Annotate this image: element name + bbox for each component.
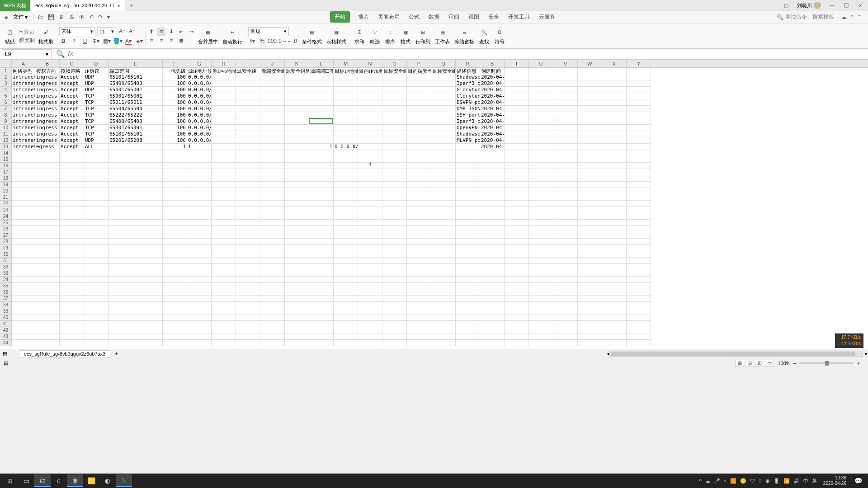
row-header[interactable]: 41 [0, 321, 12, 327]
cell[interactable] [602, 327, 627, 333]
spreadsheet-grid[interactable]: ABCDEFGHIJKLMNOPQRSTUVWXY 12345678910111… [0, 60, 868, 349]
cell[interactable]: 65400/65400 [108, 80, 163, 87]
cell[interactable] [285, 182, 309, 188]
cell[interactable] [627, 131, 651, 137]
cell[interactable] [529, 125, 553, 131]
cell[interactable]: 65301/65301 [108, 125, 163, 131]
cell[interactable] [309, 314, 334, 321]
cell[interactable] [358, 296, 382, 302]
cell[interactable] [456, 289, 480, 296]
cell[interactable] [285, 150, 309, 156]
export-icon[interactable]: 🗎 [57, 14, 66, 20]
cell[interactable]: 65201/65208 [108, 137, 163, 144]
cell[interactable] [260, 283, 285, 289]
cell[interactable] [187, 207, 212, 213]
cell[interactable] [260, 188, 285, 194]
cell[interactable] [260, 308, 285, 314]
cell[interactable] [627, 333, 651, 340]
cell[interactable] [578, 239, 602, 245]
cell[interactable] [260, 302, 285, 308]
tab-security[interactable]: 安全 [487, 11, 500, 23]
cell[interactable] [260, 137, 285, 144]
cell[interactable] [382, 289, 407, 296]
cell[interactable] [407, 289, 431, 296]
cell[interactable] [163, 308, 187, 314]
cell[interactable] [578, 327, 602, 333]
cell[interactable] [334, 283, 358, 289]
row-header[interactable]: 44 [0, 340, 12, 346]
document-tab[interactable]: ecs_sgRule_sg...ou_2020-04-26 ☐ ● [31, 0, 125, 11]
file-explorer-icon[interactable]: 🗂 [34, 474, 51, 487]
collapse-ribbon-icon[interactable]: ⌃ [857, 14, 862, 20]
cell[interactable] [60, 169, 84, 175]
cell[interactable] [602, 68, 627, 74]
cell[interactable] [84, 308, 108, 314]
row-header[interactable]: 14 [0, 150, 12, 156]
cell[interactable] [12, 188, 35, 194]
cell[interactable] [285, 239, 309, 245]
cell[interactable] [285, 308, 309, 314]
cell[interactable] [334, 314, 358, 321]
row-header[interactable]: 30 [0, 251, 12, 258]
cell[interactable] [578, 106, 602, 112]
cell[interactable] [35, 194, 60, 201]
cell[interactable] [84, 283, 108, 289]
cell[interactable] [108, 314, 163, 321]
cell[interactable] [60, 175, 84, 182]
cell[interactable] [163, 277, 187, 283]
cell[interactable] [212, 188, 236, 194]
cell[interactable] [260, 289, 285, 296]
cell[interactable]: 2020-04-12T16:01:24Z [480, 112, 505, 118]
cell[interactable] [456, 239, 480, 245]
cell[interactable] [480, 213, 505, 220]
cell[interactable] [260, 232, 285, 239]
cell[interactable] [285, 340, 309, 346]
cell[interactable] [12, 302, 35, 308]
cell[interactable] [108, 201, 163, 207]
cell[interactable] [627, 314, 651, 321]
col-header[interactable]: U [529, 60, 553, 67]
cell[interactable] [553, 258, 578, 264]
cell[interactable] [456, 277, 480, 283]
cell[interactable] [163, 302, 187, 308]
cell[interactable] [212, 245, 236, 251]
cell[interactable] [260, 321, 285, 327]
cell[interactable] [84, 327, 108, 333]
cell[interactable] [12, 289, 35, 296]
cell[interactable] [602, 87, 627, 93]
cell[interactable]: 2020-04-12T16:01:24Z [480, 80, 505, 87]
cell[interactable]: 0.0.0.0/0 [334, 144, 358, 150]
cell[interactable] [480, 289, 505, 296]
cell[interactable] [578, 333, 602, 340]
cell[interactable] [358, 321, 382, 327]
cell[interactable] [578, 251, 602, 258]
cell[interactable] [236, 308, 260, 314]
cell[interactable] [212, 194, 236, 201]
cell[interactable] [505, 213, 529, 220]
cell[interactable] [407, 308, 431, 314]
cell[interactable] [334, 264, 358, 270]
cell[interactable]: Accept [60, 137, 84, 144]
cell[interactable] [505, 232, 529, 239]
cell[interactable] [309, 137, 334, 144]
cell[interactable] [553, 270, 578, 277]
cell[interactable] [627, 144, 651, 150]
formula-input[interactable] [76, 49, 868, 59]
cell[interactable] [456, 194, 480, 201]
cell[interactable] [108, 182, 163, 188]
tab-view[interactable]: 视图 [467, 11, 480, 23]
cell[interactable]: 0.0.0.0/0 [187, 74, 212, 80]
cell[interactable] [602, 188, 627, 194]
cell[interactable] [627, 169, 651, 175]
cell[interactable]: intranet [12, 137, 35, 144]
cell[interactable] [627, 93, 651, 99]
cell[interactable] [505, 333, 529, 340]
cell[interactable] [382, 264, 407, 270]
cell[interactable] [480, 239, 505, 245]
cell[interactable] [431, 201, 456, 207]
number-format-combo[interactable]: 常规▾ [248, 27, 289, 36]
cell[interactable] [431, 112, 456, 118]
cell[interactable] [627, 80, 651, 87]
cell[interactable] [431, 245, 456, 251]
cell[interactable] [578, 289, 602, 296]
